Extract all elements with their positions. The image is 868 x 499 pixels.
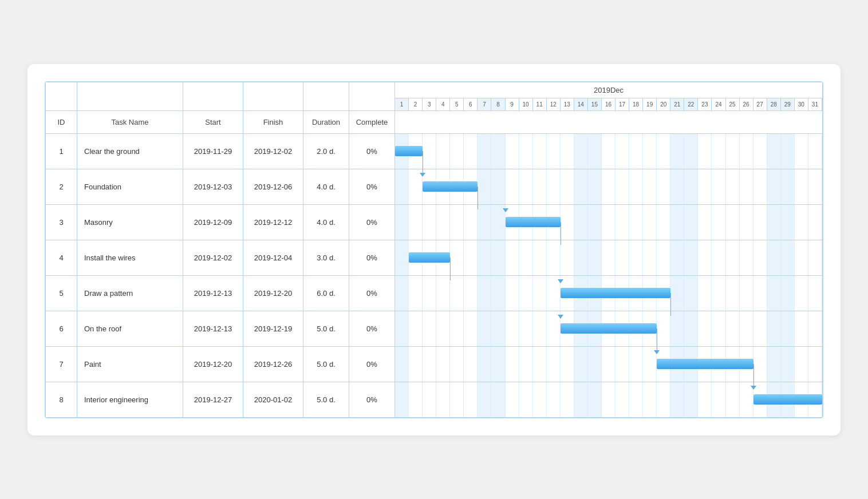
connector-line (561, 222, 561, 245)
dependency-arrow (503, 208, 508, 212)
cell-start: 2019-12-02 (183, 240, 243, 275)
cell-duration: 3.0 d. (303, 240, 349, 275)
table-row: 1Clear the ground2019-11-292019-12-022.0… (46, 133, 823, 169)
cell-start: 2019-12-27 (183, 382, 243, 417)
table-row: 2Foundation2019-12-032019-12-064.0 d.0% (46, 169, 823, 204)
cell-start: 2019-12-13 (183, 275, 243, 311)
cell-id: 4 (46, 240, 77, 275)
gantt-container: 2019Dec 12345678910111213141516171819202… (45, 81, 823, 418)
cell-task-name: Install the wires (77, 240, 183, 275)
gantt-card: 2019Dec 12345678910111213141516171819202… (27, 64, 841, 435)
gantt-bar (423, 181, 478, 192)
cell-chart (395, 382, 823, 417)
header-days-cell: 1234567891011121314151617181920212223242… (395, 98, 823, 110)
cell-chart (395, 346, 823, 382)
cell-duration: 5.0 d. (303, 382, 349, 417)
header-empty-5 (303, 82, 349, 110)
gantt-bar (561, 323, 657, 334)
connector-line (450, 258, 451, 280)
cell-chart (395, 204, 823, 240)
col-header-duration: Duration (303, 110, 349, 133)
cell-start: 2019-12-20 (183, 346, 243, 382)
col-header-complete: Complete (349, 110, 395, 133)
cell-id: 2 (46, 169, 77, 204)
cell-finish: 2019-12-12 (243, 204, 303, 240)
cell-finish: 2020-01-02 (243, 382, 303, 417)
header-month-label: 2019Dec (395, 82, 823, 98)
cell-complete: 0% (349, 133, 395, 169)
connector-line (657, 328, 657, 351)
col-header-chart (395, 110, 823, 133)
cell-id: 7 (46, 346, 77, 382)
cell-complete: 0% (349, 382, 395, 417)
col-header-finish: Finish (243, 110, 303, 133)
table-row: 6On the roof2019-12-132019-12-195.0 d.0% (46, 311, 823, 346)
cell-start: 2019-11-29 (183, 133, 243, 169)
cell-duration: 5.0 d. (303, 311, 349, 346)
cell-duration: 2.0 d. (303, 133, 349, 169)
cell-chart (395, 311, 823, 346)
gantt-bar (395, 146, 423, 156)
table-row: 5Draw a pattern2019-12-132019-12-206.0 d… (46, 275, 823, 311)
dependency-arrow (751, 386, 756, 390)
gantt-bar (657, 359, 753, 369)
cell-id: 5 (46, 275, 77, 311)
cell-finish: 2019-12-20 (243, 275, 303, 311)
table-row: 3Masonry2019-12-092019-12-124.0 d.0% (46, 204, 823, 240)
connector-line (753, 364, 754, 387)
cell-duration: 5.0 d. (303, 346, 349, 382)
cell-id: 8 (46, 382, 77, 417)
cell-finish: 2019-12-19 (243, 311, 303, 346)
cell-complete: 0% (349, 240, 395, 275)
cell-duration: 6.0 d. (303, 275, 349, 311)
cell-finish: 2019-12-02 (243, 133, 303, 169)
gantt-table: 2019Dec 12345678910111213141516171819202… (45, 82, 823, 418)
cell-chart (395, 275, 823, 311)
cell-finish: 2019-12-26 (243, 346, 303, 382)
cell-task-name: Masonry (77, 204, 183, 240)
gantt-bar (409, 252, 450, 263)
cell-complete: 0% (349, 346, 395, 382)
cell-task-name: On the roof (77, 311, 183, 346)
dependency-arrow (654, 350, 660, 354)
cell-complete: 0% (349, 204, 395, 240)
table-row: 4Install the wires2019-12-022019-12-043.… (46, 240, 823, 275)
cell-complete: 0% (349, 275, 395, 311)
cell-task-name: Interior engineering (77, 382, 183, 417)
cell-start: 2019-12-09 (183, 204, 243, 240)
cell-id: 6 (46, 311, 77, 346)
cell-id: 3 (46, 204, 77, 240)
dependency-arrow (558, 279, 563, 283)
cell-id: 1 (46, 133, 77, 169)
cell-complete: 0% (349, 169, 395, 204)
cell-task-name: Foundation (77, 169, 183, 204)
table-row: 7Paint2019-12-202019-12-265.0 d.0% (46, 346, 823, 382)
gantt-bar (506, 217, 561, 227)
header-empty-6 (349, 82, 395, 110)
cell-complete: 0% (349, 311, 395, 346)
col-header-task: Task Name (77, 110, 183, 133)
cell-start: 2019-12-03 (183, 169, 243, 204)
header-empty-1 (46, 82, 77, 110)
cell-chart (395, 133, 823, 169)
cell-task-name: Draw a pattern (77, 275, 183, 311)
cell-chart (395, 169, 823, 204)
col-header-id: ID (46, 110, 77, 133)
cell-finish: 2019-12-04 (243, 240, 303, 275)
cell-finish: 2019-12-06 (243, 169, 303, 204)
header-empty-3 (183, 82, 243, 110)
header-labels-row: ID Task Name Start Finish Duration Compl… (46, 110, 823, 133)
col-header-start: Start (183, 110, 243, 133)
cell-duration: 4.0 d. (303, 169, 349, 204)
connector-line (423, 151, 423, 174)
header-empty-2 (77, 82, 183, 110)
table-row: 8Interior engineering2019-12-272020-01-0… (46, 382, 823, 417)
header-month-row: 2019Dec (46, 82, 823, 98)
cell-task-name: Clear the ground (77, 133, 183, 169)
gantt-bar (561, 288, 671, 298)
gantt-bar (753, 394, 822, 405)
dependency-arrow (558, 315, 563, 319)
cell-task-name: Paint (77, 346, 183, 382)
cell-duration: 4.0 d. (303, 204, 349, 240)
connector-line (670, 293, 671, 316)
